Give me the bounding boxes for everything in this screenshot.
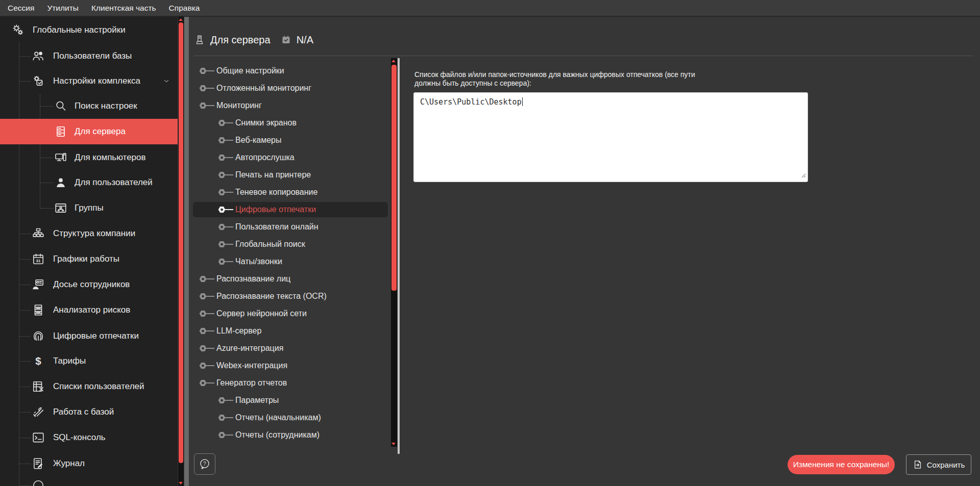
sidebar-splitter[interactable] [184, 17, 189, 486]
tools-icon [31, 404, 46, 420]
calendar-icon: 31 [31, 251, 46, 267]
tree-item-чаты-звонки[interactable]: Чаты/звонки [189, 254, 391, 269]
save-button[interactable]: Сохранить [906, 454, 971, 475]
tree-item-веб-камеры[interactable]: Веб-камеры [189, 133, 391, 148]
setting-node-icon [217, 430, 234, 441]
svg-text:?: ? [203, 461, 206, 467]
tree-item-label: Отчеты (начальникам) [235, 413, 321, 422]
sidebar-scrollbar-track[interactable] [178, 17, 184, 486]
tree-item-label: Цифровые отпечатки [235, 205, 316, 214]
tree-item-отчеты-начальникам-[interactable]: Отчеты (начальникам) [189, 410, 391, 425]
tree-item-webex-интеграция[interactable]: Webex-интеграция [189, 358, 391, 373]
tree-item-пользователи-онлайн[interactable]: Пользователи онлайн [189, 219, 391, 235]
tree-item-снимки-экранов[interactable]: Снимки экранов [189, 115, 391, 131]
sidebar-item-label: Работа с базой [53, 407, 114, 417]
tree-item-сервер-нейронной-сети[interactable]: Сервер нейронной сети [189, 306, 391, 321]
unsaved-changes-button[interactable]: Изменения не сохранены! [788, 455, 895, 474]
tree-item-глобальный-поиск[interactable]: Глобальный поиск [189, 237, 391, 252]
tree-item-общие-настройки[interactable]: Общие настройки [189, 63, 391, 79]
setting-node-icon [217, 135, 234, 146]
tree-item-label: Распознавание лиц [216, 274, 290, 284]
resize-grip-icon[interactable] [800, 171, 806, 180]
text-caret [522, 97, 523, 106]
fingerprint-icon [31, 328, 46, 344]
sidebar-item-списки-пользователей[interactable]: Списки пользователей [0, 374, 178, 399]
menu-item-1[interactable]: Сессия [8, 4, 34, 13]
tree-item-параметры[interactable]: Параметры [189, 393, 391, 408]
sidebar-item-partial[interactable] [0, 473, 178, 486]
dollar-icon: $ [31, 353, 46, 369]
sidebar-item-поиск-настроек[interactable]: Поиск настроек [0, 93, 178, 119]
risk-analyzer-icon [31, 302, 46, 318]
calendar-check-icon [281, 34, 291, 45]
tree-item-label: Общие настройки [216, 66, 284, 75]
tree-item-label: Распознавание текста (OCR) [216, 292, 327, 301]
tree-scrollbar-track[interactable] [391, 58, 397, 447]
chevron-down-icon[interactable] [162, 77, 170, 85]
setting-node-icon [217, 204, 234, 215]
page-header: Для сервера N/A [194, 31, 313, 49]
tree-item-автопрослушка[interactable]: Автопрослушка [189, 150, 391, 165]
sidebar-item-графики-работы[interactable]: 31Графики работы [0, 246, 178, 272]
groups-icon [53, 200, 68, 216]
user-lists-icon [31, 379, 46, 394]
tree-item-распознавание-лиц[interactable]: Распознавание лиц [189, 271, 391, 287]
sidebar-item-работа-с-базой[interactable]: Работа с базой [0, 399, 178, 425]
tree-scroll-down-icon[interactable] [391, 443, 396, 445]
sidebar-item-label: Для пользователей [75, 177, 153, 188]
menu-item-4[interactable]: Справка [169, 4, 200, 13]
sidebar-scrollbar-thumb[interactable] [179, 22, 183, 463]
tree-item-azure-интеграция[interactable]: Azure-интеграция [189, 341, 391, 356]
sidebar-item-для-компьютеров[interactable]: Для компьютеров [0, 145, 178, 170]
tree-item-мониторинг[interactable]: Мониторинг [189, 98, 391, 113]
sidebar-item-настройки-комплекса[interactable]: Настройки комплекса [0, 68, 178, 94]
setting-node-icon [198, 361, 215, 371]
sidebar-item-sql-консоль[interactable]: SQL-консоль [0, 425, 178, 450]
tree-item-label: Веб-камеры [235, 136, 281, 145]
sidebar-item-тарифы[interactable]: $Тарифы [0, 348, 178, 374]
help-button[interactable]: ? [194, 453, 215, 475]
setting-node-icon [217, 170, 234, 181]
sidebar-scroll-up-icon[interactable] [179, 18, 183, 21]
setting-node-icon [198, 83, 215, 94]
setting-node-icon [217, 222, 234, 233]
tree-item-label: Генератор отчетов [216, 378, 287, 388]
tree-item-отложенный-мониторинг[interactable]: Отложенный мониторинг [189, 81, 391, 96]
setting-node-icon [217, 118, 234, 129]
tree-item-label: Печать на принтере [235, 170, 311, 180]
setting-node-icon [198, 274, 215, 285]
setting-node-icon [198, 66, 215, 76]
sidebar-item-label: Списки пользователей [53, 381, 144, 392]
sidebar-item-глобальные-настройки[interactable]: Глобальные настройки [0, 17, 178, 43]
tree-item-генератор-отчетов[interactable]: Генератор отчетов [189, 375, 391, 391]
tree-item-отчеты-сотрудникам-[interactable]: Отчеты (сотрудникам) [189, 427, 391, 443]
setting-node-icon [198, 291, 215, 302]
sidebar-item-для-пользователей[interactable]: Для пользователей [0, 170, 178, 195]
sidebar-item-досье-сотрудников[interactable]: Досье сотрудников [0, 272, 178, 297]
server-icon [194, 34, 205, 46]
tree-item-распознавание-текста-ocr-[interactable]: Распознавание текста (OCR) [189, 289, 391, 304]
sidebar-scroll-down-icon[interactable] [179, 482, 183, 484]
tree-item-llm-сервер[interactable]: LLM-сервер [189, 323, 391, 339]
sidebar-item-label: Тарифы [53, 356, 86, 366]
tree-item-цифровые-отпечатки[interactable]: Цифровые отпечатки [193, 202, 388, 217]
sidebar-item-структура-компании[interactable]: Структура компании [0, 221, 178, 246]
sidebar-item-label: Настройки комплекса [53, 76, 140, 86]
setting-node-icon [198, 378, 215, 389]
sidebar-item-анализатор-рисков[interactable]: Анализатор рисков [0, 297, 178, 323]
menu-item-2[interactable]: Утилиты [47, 4, 79, 13]
sources-textarea[interactable]: C\Users\Public\Desktop [413, 92, 808, 182]
tree-item-label: Отчеты (сотрудникам) [235, 430, 320, 440]
tree-scroll-up-icon[interactable] [391, 60, 396, 62]
menu-item-3[interactable]: Клиентская часть [91, 4, 156, 13]
tree-item-теневое-копирование[interactable]: Теневое копирование [189, 185, 391, 200]
tree-item-label: Автопрослушка [235, 153, 295, 162]
sidebar-item-пользователи-базы[interactable]: Пользователи базы [0, 43, 178, 69]
sidebar-item-для-сервера[interactable]: Для сервера [0, 119, 178, 144]
sidebar-item-цифровые-отпечатки[interactable]: Цифровые отпечатки [0, 323, 178, 349]
tree-scrollbar-thumb[interactable] [391, 65, 397, 291]
tree-item-печать-на-принтере[interactable]: Печать на принтере [189, 167, 391, 183]
tree-item-label: Пользователи онлайн [235, 222, 318, 232]
svg-text:31: 31 [36, 259, 41, 263]
sidebar-item-группы[interactable]: Группы [0, 195, 178, 221]
